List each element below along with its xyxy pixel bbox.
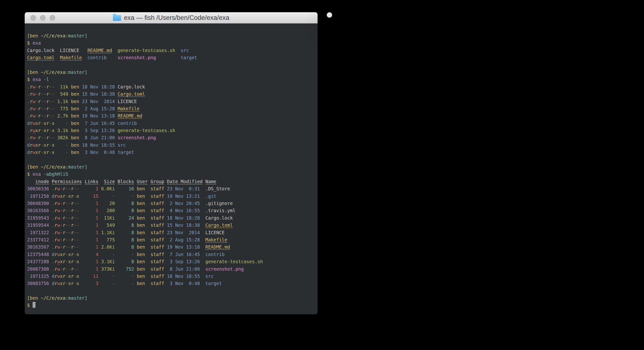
text-segment: 775 (55, 106, 68, 111)
text-segment: [ben (27, 164, 41, 170)
text-segment: - (60, 186, 62, 191)
window-title: exa — fish /Users/ben/Code/exa/exa (113, 14, 229, 22)
text-segment: -- (66, 244, 71, 250)
text-segment: -- (66, 201, 71, 206)
text-segment: w (57, 252, 60, 257)
text-segment (115, 106, 118, 111)
text-segment: exa (32, 40, 41, 46)
text-segment: Makefile (206, 237, 228, 242)
text-segment: 11Ki (98, 215, 115, 220)
text-segment: r (46, 135, 49, 140)
text-segment: ben (134, 237, 145, 242)
titlebar[interactable]: exa — fish /Users/ben/Code/exa/exa (25, 12, 318, 24)
text-segment: 382k (55, 135, 68, 140)
text-segment: README.md (118, 113, 142, 118)
text-segment: .git (206, 194, 216, 199)
text-segment: ben (68, 84, 79, 90)
text-segment (49, 208, 52, 213)
text-segment: - (49, 150, 52, 155)
text-segment (49, 179, 52, 184)
text-segment: .travis.yml (200, 208, 236, 213)
text-segment: ben (134, 230, 145, 235)
text-segment: . (52, 259, 54, 264)
text-segment (98, 179, 104, 184)
text-segment: Cargo.lock (115, 84, 145, 90)
text-segment: screenshot.png (206, 266, 244, 272)
terminal-line: 1971325 drwxr-xr-x 11 - - ben staff 18 N… (27, 272, 316, 280)
text-segment: $ (27, 172, 32, 177)
text-segment: [ben (27, 70, 41, 75)
text-segment: -- (49, 135, 55, 140)
text-segment: w (57, 259, 60, 264)
text-segment: -- (74, 215, 79, 220)
text-segment: ben (134, 201, 145, 206)
text-segment: . (52, 230, 54, 235)
text-segment: r (63, 274, 66, 279)
text-segment: - (41, 120, 44, 126)
text-segment: - (60, 222, 62, 228)
text-segment: 4 Nov 16:55 (164, 208, 200, 213)
close-button[interactable] (30, 15, 36, 20)
text-segment: w (32, 84, 35, 90)
text-segment (115, 128, 118, 133)
text-segment: 3 Sep 13:26 (79, 128, 115, 133)
text-segment: x (76, 281, 79, 286)
text-segment: r (63, 194, 66, 199)
terminal-line: .rwxr-xr-x 3.1k ben 3 Sep 13:26 generate… (27, 127, 316, 134)
text-segment: ~/C/e/exa (41, 70, 66, 75)
text-segment: d (52, 252, 54, 257)
text-segment: w (57, 186, 60, 191)
text-segment: target (181, 55, 197, 60)
terminal-line: $ (27, 302, 316, 309)
text-segment: ben (134, 281, 145, 286)
text-segment: ben (134, 266, 145, 272)
text-segment: x (35, 120, 38, 126)
text-segment: .gitignore (200, 201, 233, 206)
text-segment: r (71, 266, 74, 272)
text-segment: r (54, 244, 57, 250)
text-segment: r (63, 237, 66, 242)
text-segment: ben (134, 259, 145, 264)
text-segment: staff (145, 244, 164, 250)
text-segment: - (74, 252, 76, 257)
text-segment: ben (68, 120, 79, 126)
text-segment: r (46, 113, 49, 118)
text-segment: - (66, 259, 68, 264)
terminal-line: .rw-r--r-- 549 ben 15 Nov 18:38 Cargo.to… (27, 90, 316, 98)
traffic-lights (30, 12, 55, 23)
text-segment: -- (49, 99, 55, 104)
text-segment: 1 (79, 215, 98, 220)
text-segment: $ (27, 40, 32, 46)
text-segment (200, 194, 206, 199)
text-segment: - (60, 244, 62, 250)
text-segment: - (49, 128, 52, 133)
text-segment: r (30, 128, 32, 133)
text-segment: w (32, 113, 35, 118)
terminal-content[interactable]: [ben ~/C/e/exa:master]$ exaCargo.lock LI… (25, 24, 318, 314)
text-segment: ben (68, 106, 79, 111)
text-segment: r (54, 222, 57, 228)
text-segment: - (60, 237, 62, 242)
text-segment (54, 55, 60, 60)
text-segment: r (54, 274, 57, 279)
text-segment: - (66, 252, 68, 257)
text-segment: x (44, 142, 46, 148)
text-segment: - (115, 274, 134, 279)
text-segment: r (63, 259, 66, 264)
titlebar[interactable]: exa — fish /Users/ben/Code/exa/exa (327, 12, 332, 18)
text-segment: w (32, 91, 35, 96)
text-segment: :master] (66, 70, 88, 75)
text-segment: r (71, 186, 74, 191)
text-segment: ben (68, 150, 79, 155)
text-segment: -- (66, 266, 71, 272)
text-segment: . (27, 84, 30, 90)
text-segment: r (71, 208, 74, 213)
minimize-button[interactable] (40, 15, 46, 20)
text-segment: 2.7k (55, 113, 68, 118)
zoom-button[interactable] (50, 15, 55, 20)
text-segment: r (38, 99, 41, 104)
text-segment: - (98, 194, 115, 199)
text-segment: 1.1Ki (98, 230, 115, 235)
text-segment (148, 179, 150, 184)
text-segment: :master] (66, 33, 88, 38)
